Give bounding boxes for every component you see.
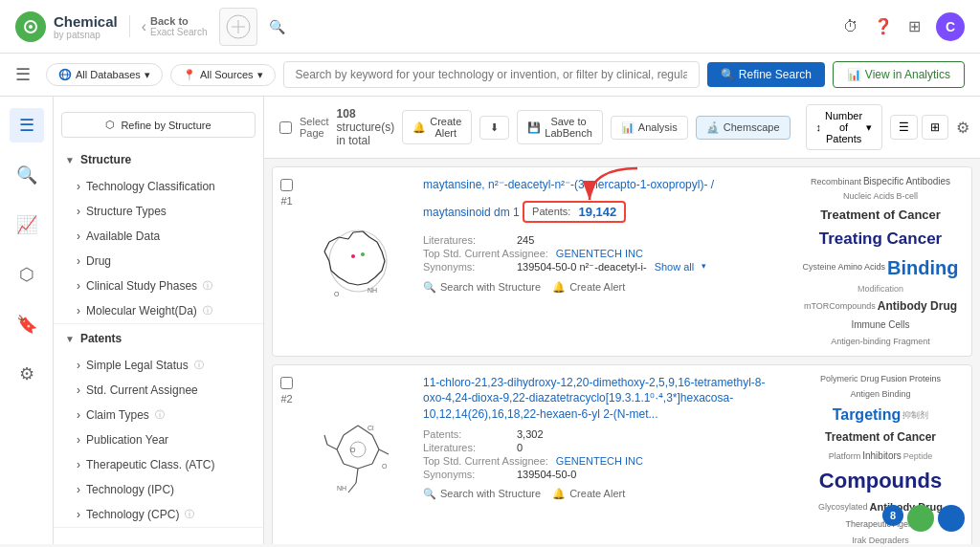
- download-button[interactable]: ⬇: [479, 116, 509, 140]
- svg-line-40: [356, 469, 358, 483]
- card-2-assignee-row: Top Std. Current Assignee: GENENTECH INC: [423, 455, 782, 467]
- card-2-info: 11-chloro-21,23-dihydroxy-12,20-dimethox…: [415, 365, 790, 544]
- refine-search-button[interactable]: 🔍 Refine Search: [707, 62, 825, 87]
- save-labbench-button[interactable]: 💾 Save to LabBench: [517, 110, 603, 144]
- view-analytics-button[interactable]: 📊 View in Analytics: [833, 61, 965, 88]
- nav-filter-icon[interactable]: 🔍: [10, 158, 44, 192]
- analysis-button[interactable]: 📊 Analysis: [611, 116, 688, 140]
- sidebar: ⬡ Refine by Structure ▼ Structure › Tech…: [54, 97, 264, 544]
- search-structure-icon: 🔍: [423, 281, 436, 294]
- nav-molecule-icon[interactable]: ⬡: [10, 257, 44, 292]
- app-header: Chemical by patsnap ‹ Back to Exact Sear…: [0, 0, 980, 54]
- svg-point-28: [361, 252, 365, 256]
- nav-search-icon[interactable]: ☰: [10, 108, 44, 142]
- sort-button[interactable]: ↕ Number of Patents ▾: [806, 104, 883, 150]
- patents-section-header[interactable]: ▼ Patents: [54, 324, 263, 353]
- nav-chart-icon[interactable]: 📈: [10, 208, 44, 242]
- select-page-checkbox[interactable]: [279, 121, 292, 134]
- structure-section-header[interactable]: ▼ Structure: [54, 145, 263, 174]
- sidebar-item-clinical-phases[interactable]: › Clinical Study Phases ⓘ: [54, 274, 263, 298]
- card-2-search-structure-button[interactable]: 🔍 Search with Structure: [423, 488, 541, 500]
- structure-search-icon[interactable]: 🔍: [269, 19, 285, 34]
- nav-settings-icon[interactable]: ⚙: [10, 357, 44, 391]
- search-input[interactable]: [283, 61, 700, 88]
- sidebar-item-legal-status[interactable]: › Simple Legal Status ⓘ: [54, 353, 263, 378]
- wc-nucleic: Nucleic Acids: [843, 190, 895, 203]
- card-1-actions: 🔍 Search with Structure 🔔 Create Alert: [423, 281, 782, 294]
- sidebar-item-available-data[interactable]: › Available Data: [54, 224, 263, 249]
- wc-treatment-cancer: Treatment of Cancer: [820, 207, 941, 224]
- card-2-title[interactable]: 11-chloro-21,23-dihydroxy-12,20-dimethox…: [423, 376, 766, 422]
- wc-antibody-drug-1: Antibody Drug: [878, 298, 957, 315]
- list-view-button[interactable]: ☰: [890, 115, 918, 140]
- std-assignee-arrow: ›: [77, 383, 80, 397]
- card-2-checkbox-area: #2: [273, 365, 301, 544]
- card-2-create-alert-button[interactable]: 🔔 Create Alert: [552, 488, 625, 500]
- cpc-info-icon: ⓘ: [185, 508, 194, 521]
- sidebar-item-tech-ipc[interactable]: › Technology (IPC): [54, 477, 263, 502]
- help-icon[interactable]: ❓: [874, 17, 893, 35]
- patents-arrow-icon: ▼: [65, 334, 75, 344]
- card-2-search-icon: 🔍: [423, 488, 436, 500]
- nav-bookmark-icon[interactable]: 🔖: [10, 307, 44, 341]
- card-1-checkbox-area: #1: [273, 167, 301, 356]
- app-name-block: Chemical by patsnap: [54, 13, 118, 40]
- svg-line-20: [375, 271, 382, 277]
- sidebar-item-claim-types[interactable]: › Claim Types ⓘ: [54, 403, 263, 427]
- wc2-compounds: Compounds: [819, 467, 942, 496]
- show-all-chevron: ▾: [702, 261, 706, 274]
- svg-line-22: [358, 283, 368, 285]
- apps-icon[interactable]: ⊞: [908, 17, 921, 35]
- clinical-arrow: ›: [77, 279, 80, 293]
- show-all-link[interactable]: Show all: [655, 261, 695, 274]
- card-2-actions: 🔍 Search with Structure 🔔 Create Alert: [423, 488, 782, 500]
- back-button[interactable]: ‹ Back to Exact Search: [129, 15, 208, 37]
- svg-line-33: [372, 435, 379, 449]
- wc-treating-cancer: Treating Cancer: [819, 228, 943, 251]
- sidebar-item-technology-classification[interactable]: › Technology Classification: [54, 174, 263, 199]
- display-settings-button[interactable]: ⚙: [956, 119, 969, 137]
- svg-line-36: [344, 464, 358, 469]
- sidebar-item-tech-cpc[interactable]: › Technology (CPC) ⓘ: [54, 502, 263, 527]
- wc2-irak: Irak Degraders: [852, 535, 909, 544]
- analytics-icon: 📊: [847, 68, 861, 81]
- card-1-search-structure-button[interactable]: 🔍 Search with Structure: [423, 281, 541, 294]
- sidebar-item-std-assignee[interactable]: › Std. Current Assignee: [54, 378, 263, 403]
- card-2-checkbox[interactable]: [280, 377, 293, 389]
- all-sources-button[interactable]: 📍 All Sources ▾: [170, 64, 276, 86]
- wc2-peptide: Peptide: [903, 450, 933, 463]
- sidebar-item-molecular-weight[interactable]: › Molecular Weight(Da) ⓘ: [54, 298, 263, 323]
- sidebar-item-structure-types[interactable]: › Structure Types: [54, 199, 263, 224]
- analysis-icon: 📊: [621, 121, 635, 134]
- mol-weight-arrow: ›: [77, 304, 80, 317]
- pub-year-arrow: ›: [77, 433, 80, 447]
- card-1-info: maytansine, n²⁻-deacetyl-n²⁻-(3-mercapto…: [415, 167, 790, 356]
- svg-text:NH: NH: [368, 287, 377, 294]
- history-icon[interactable]: ⏱: [843, 18, 858, 35]
- sidebar-item-publication-year[interactable]: › Publication Year: [54, 427, 263, 452]
- chemscape-button[interactable]: 🔬 Chemscape: [696, 116, 791, 140]
- structure-thumbnail[interactable]: [219, 8, 257, 46]
- legal-arrow: ›: [77, 359, 80, 372]
- svg-line-9: [324, 252, 329, 261]
- wc-antigen-fragment: Antigen-binding Fragment: [831, 336, 930, 348]
- grid-view-button[interactable]: ⊞: [922, 115, 948, 140]
- svg-point-1: [29, 25, 33, 29]
- sidebar-item-therapeutic-class[interactable]: › Therapeutic Class. (ATC): [54, 452, 263, 477]
- all-databases-button[interactable]: All Databases ▾: [46, 63, 163, 86]
- sidebar-item-drug[interactable]: › Drug: [54, 249, 263, 274]
- card-1-word-cloud: Recombinant Bispecific Antibodies Nuclei…: [790, 167, 971, 356]
- card-1-checkbox[interactable]: [280, 179, 293, 191]
- card-1-create-alert-button[interactable]: 🔔 Create Alert: [552, 281, 625, 294]
- download-icon: ⬇: [490, 121, 499, 134]
- user-avatar[interactable]: C: [936, 12, 965, 41]
- sidebar-toggle-button[interactable]: ☰: [15, 64, 31, 85]
- wc-bispecific: Bispecific Antibodies: [863, 175, 950, 188]
- create-alert-button[interactable]: 🔔 Create Alert: [402, 110, 472, 144]
- svg-line-38: [337, 435, 344, 449]
- svg-line-39: [344, 426, 358, 435]
- card-2-literatures-row: Literatures: 0: [423, 442, 782, 453]
- svg-line-42: [379, 449, 389, 454]
- refine-structure-button[interactable]: ⬡ Refine by Structure: [61, 112, 256, 138]
- svg-line-35: [358, 464, 372, 469]
